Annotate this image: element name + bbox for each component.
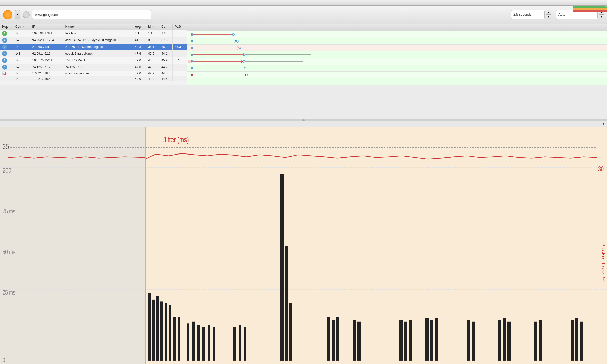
upper-section: Hop Count IP Name Avg Min Cur PL% 114819…: [0, 24, 607, 85]
cell-ip: 172.217.18.4: [30, 71, 63, 76]
chart-icon[interactable]: 📊: [2, 71, 6, 75]
cell-min: 36.2: [146, 37, 159, 44]
trace-interval-stepper[interactable]: ▲ ▼: [546, 10, 551, 19]
cell-count: 148: [13, 76, 30, 81]
col-ip: IP: [30, 24, 63, 30]
svg-point-3: [191, 40, 193, 42]
trace-interval-input[interactable]: [511, 10, 545, 19]
timeline-rows: [187, 31, 607, 85]
hop-number-cell: 5: [0, 57, 13, 64]
table-row[interactable]: 414862.69.146.16google2.fra.ecix.net47.6…: [0, 50, 187, 57]
svg-rect-76: [425, 318, 429, 361]
pause-button[interactable]: [3, 10, 12, 19]
svg-text:50 ms: 50 ms: [3, 248, 15, 255]
cell-ip: 212.66.71.80: [30, 44, 63, 50]
svg-rect-77: [430, 320, 433, 361]
svg-rect-88: [580, 322, 583, 361]
cell-ip: 94.252.127.254: [30, 37, 63, 44]
hop-number-cell: 2: [0, 37, 13, 44]
table-row[interactable]: 5148108.170.252.1108.170.252.149.043.545…: [0, 57, 187, 64]
col-avg: Avg: [133, 24, 146, 30]
svg-rect-51: [160, 301, 163, 361]
cell-min: 42.9: [146, 76, 159, 81]
svg-rect-65: [280, 174, 284, 361]
svg-text:25 ms: 25 ms: [3, 289, 15, 296]
svg-rect-49: [152, 300, 155, 361]
svg-rect-60: [208, 325, 210, 361]
cell-count: 148: [13, 50, 30, 57]
cell-count: 148: [13, 37, 30, 44]
cell-min: 42.9: [146, 64, 159, 71]
table-row[interactable]: 148172.217.18.449.042.944.5: [0, 76, 187, 81]
timeline-row-6: [187, 72, 607, 78]
toolbar: ▾ ▲ ▼ ▲ ▼: [0, 6, 607, 24]
svg-text:30: 30: [598, 165, 604, 172]
svg-rect-50: [156, 296, 159, 361]
svg-rect-55: [178, 317, 180, 361]
svg-text:200: 200: [3, 167, 11, 174]
svg-rect-86: [571, 320, 574, 361]
cell-avg: 49.0: [133, 71, 146, 76]
cell-ip: 74.125.37.125: [30, 64, 63, 71]
svg-rect-73: [399, 320, 403, 361]
table-row[interactable]: 214894.252.127.254adsl.94-252-127-....dy…: [0, 37, 187, 44]
alerts-label: [605, 6, 607, 7]
svg-rect-61: [213, 327, 215, 361]
bottom-section: ▾ Jitter (ms): [0, 121, 607, 364]
svg-point-24: [243, 60, 245, 62]
stepper-up[interactable]: ▲: [546, 10, 551, 15]
timeline-row-0: [187, 31, 607, 38]
dropdown-arrow[interactable]: ▾: [15, 10, 20, 19]
cell-cur: 44.5: [159, 76, 173, 81]
cell-ip: 192.168.178.1: [30, 30, 63, 37]
main-content: Hop Count IP Name Avg Min Cur PL% 114819…: [0, 24, 607, 364]
hop-number-cell: 4: [0, 50, 13, 57]
chart-svg: Jitter (ms) 35 200 75 ms 50 ms 25 ms 0 P…: [0, 127, 607, 364]
timeline-row-7: [187, 78, 607, 85]
check-button[interactable]: [23, 11, 30, 18]
cell-min: 36.1: [146, 44, 159, 50]
alert-green: [573, 6, 607, 8]
table-row[interactable]: 📊148172.217.18.4www.google.com49.042.944…: [0, 71, 187, 76]
table-row[interactable]: 614874.125.37.12574.125.37.12547.842.944…: [0, 64, 187, 71]
svg-rect-78: [435, 318, 438, 361]
cell-avg: 40.3: [133, 44, 146, 50]
timeline-area: [187, 24, 607, 85]
divider[interactable]: [0, 119, 607, 121]
svg-rect-70: [336, 317, 339, 361]
cell-cur: 44.7: [159, 64, 173, 71]
svg-rect-64: [244, 327, 246, 361]
cell-count: 148: [13, 64, 30, 71]
hop-number-cell: 3: [0, 44, 13, 50]
svg-rect-83: [507, 322, 511, 361]
target-input[interactable]: [32, 10, 151, 19]
table-row[interactable]: 3148212.66.71.80212-66-71-80.core.tango.…: [0, 44, 187, 50]
jitter-label: Jitter (ms): [163, 136, 189, 144]
svg-point-20: [191, 60, 193, 62]
cell-ip: 172.217.18.4: [30, 76, 63, 81]
svg-point-13: [239, 47, 241, 49]
cell-pl: [173, 64, 187, 71]
cell-min: 43.5: [146, 57, 159, 64]
chart-time-range: ▾: [602, 122, 604, 126]
svg-point-26: [191, 67, 193, 69]
table-row[interactable]: 1148192.168.178.1fritz.box3.11.11.2: [0, 30, 187, 37]
cell-pl: [173, 71, 187, 76]
svg-point-9: [191, 47, 193, 49]
cell-min: 1.1: [146, 30, 159, 37]
timeline-row-2: [187, 45, 607, 51]
title-bar: [0, 0, 607, 6]
stepper-down[interactable]: ▼: [546, 15, 551, 19]
cell-avg: 41.1: [133, 37, 146, 44]
chart-dropdown-icon[interactable]: ▾: [603, 122, 604, 126]
timeline-row-1: [187, 38, 607, 45]
cell-ip: 62.69.146.16: [30, 50, 63, 57]
svg-rect-66: [285, 246, 288, 361]
cell-cur: 36.1: [159, 44, 173, 50]
svg-rect-87: [575, 318, 578, 361]
svg-rect-59: [202, 327, 205, 361]
timeline-row-5: [187, 65, 607, 72]
chart-canvas: Jitter (ms) 35 200 75 ms 50 ms 25 ms 0 P…: [0, 127, 607, 364]
svg-rect-57: [192, 322, 195, 361]
cell-name: 212-66-71-80.core.tango.lu: [63, 44, 133, 50]
